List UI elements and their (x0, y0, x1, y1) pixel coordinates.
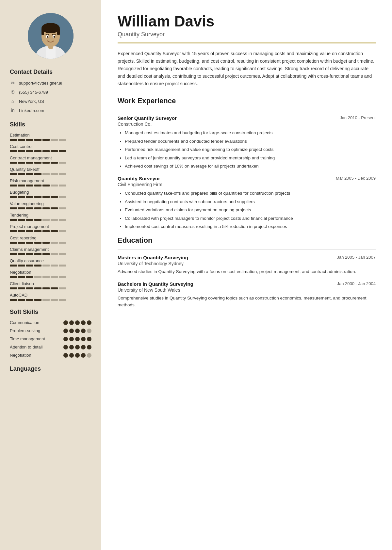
skill-segment (10, 287, 17, 289)
work-experience-title: Work Experience (118, 97, 376, 105)
job-bullet: Led a team of junior quantity surveyors … (125, 154, 376, 162)
svg-rect-6 (41, 28, 44, 35)
skill-segment (59, 242, 66, 244)
skill-segment (18, 287, 25, 289)
edu-divider (118, 249, 376, 250)
soft-skill-dot (63, 320, 68, 325)
work-divider (118, 110, 376, 110)
soft-skill-dot (75, 337, 80, 341)
skill-item: Project management (10, 224, 91, 232)
skill-segment (10, 173, 17, 175)
edu-item: Bachelors in Quantity Surveying Jan 2000… (118, 281, 376, 309)
edu-school: University of Technology Sydney (118, 261, 376, 266)
skill-segment (51, 253, 58, 255)
skill-segment (18, 265, 25, 267)
skill-segment (59, 207, 66, 209)
skill-segment (59, 265, 66, 267)
skill-segment (34, 253, 41, 255)
skill-segment (26, 265, 33, 267)
skill-segment (34, 150, 41, 152)
avatar (28, 13, 74, 59)
skill-segment (10, 139, 17, 141)
skill-segment (10, 207, 17, 209)
soft-skill-dot (69, 337, 74, 341)
skill-segment (51, 196, 58, 198)
skill-segment (18, 207, 25, 209)
skill-segment (26, 139, 33, 141)
main-content: William Davis Quantity Surveyor Experien… (101, 0, 392, 550)
contact-item-email: ✉ support@cvdesigner.ai (10, 80, 91, 86)
contact-list: ✉ support@cvdesigner.ai ✆ (555) 345-6789… (10, 80, 91, 113)
skill-segment (26, 253, 33, 255)
skill-segment (59, 173, 66, 175)
skill-segment (26, 299, 33, 301)
skill-segment (26, 196, 33, 198)
job-bullet: Collaborated with project managers to mo… (125, 215, 376, 222)
skill-name: Claims management (10, 247, 91, 252)
skill-segment (42, 207, 50, 209)
email-icon: ✉ (10, 80, 16, 86)
contact-section-title: Contact Details (10, 69, 91, 75)
skill-item: Claims management (10, 247, 91, 255)
soft-skill-name: Communication (10, 320, 46, 325)
soft-skill-dot (63, 337, 68, 341)
skill-segment (42, 299, 50, 301)
skill-segment (18, 276, 25, 278)
skill-segment (59, 150, 66, 152)
skill-segment (42, 230, 50, 232)
contact-text: support@cvdesigner.ai (19, 81, 62, 86)
skill-name: Quality assurance (10, 258, 91, 263)
skill-segment (42, 196, 50, 198)
soft-skill-dot (75, 329, 80, 333)
jobs-list: Senior Quantity Surveyor Jan 2010 - Pres… (118, 115, 376, 230)
job-company: Construction Co. (118, 121, 376, 127)
soft-skill-dot (69, 353, 74, 358)
edu-date: Jan 2005 - Jan 2007 (337, 255, 376, 260)
skill-segment (26, 287, 33, 289)
skill-segment (42, 287, 50, 289)
edu-desc: Advanced studies in Quantity Surveying w… (118, 268, 376, 275)
skill-name: Client liaison (10, 281, 91, 286)
contact-text: (555) 345-6789 (19, 90, 48, 95)
job-bullet: Achieved cost savings of 10% on average … (125, 163, 376, 170)
skill-segment (59, 162, 66, 164)
contact-item-location: ⌂ NewYork, US (10, 98, 91, 104)
contact-item-phone: ✆ (555) 345-6789 (10, 89, 91, 95)
soft-skill-name: Attention to detail (10, 345, 46, 349)
soft-skill-dot (81, 329, 86, 333)
skill-segment (10, 150, 17, 152)
candidate-title: Quantity Surveyor (118, 31, 376, 38)
skill-segment (10, 196, 17, 198)
skill-segment (42, 150, 50, 152)
edu-degree: Masters in Quantity Surveying (118, 255, 188, 260)
skill-item: Risk management (10, 178, 91, 186)
skills-section-title: Skills (10, 121, 91, 128)
edu-desc: Comprehensive studies in Quantity Survey… (118, 295, 376, 309)
skill-segment (26, 207, 33, 209)
contact-text: NewYork, US (19, 99, 44, 104)
soft-skill-dot (75, 320, 80, 325)
skill-segment (18, 139, 25, 141)
skill-segment (42, 139, 50, 141)
skill-segment (10, 253, 17, 255)
skill-segment (26, 230, 33, 232)
skill-segment (51, 207, 58, 209)
skill-segment (59, 299, 66, 301)
job-bullet: Prepared tender documents and conducted … (125, 138, 376, 145)
skill-segment (51, 230, 58, 232)
skill-segment (51, 242, 58, 244)
header-divider (118, 42, 376, 43)
skill-item: AutoCAD (10, 293, 91, 301)
skill-segment (42, 219, 50, 221)
linkedin-icon: in (10, 107, 16, 113)
job-bullet: Implemented cost control measures result… (125, 223, 376, 230)
skill-segment (34, 219, 41, 221)
soft-skill-dot (87, 353, 91, 358)
skill-name: Quantity takeoff (10, 167, 91, 172)
skill-segment (18, 230, 25, 232)
svg-rect-2 (46, 47, 56, 59)
skill-name: Cost control (10, 144, 91, 149)
job-item: Quantity Surveyor Mar 2005 - Dec 2009 Ci… (118, 176, 376, 230)
soft-skill-item: Attention to detail (10, 345, 91, 349)
skill-segment (59, 230, 66, 232)
